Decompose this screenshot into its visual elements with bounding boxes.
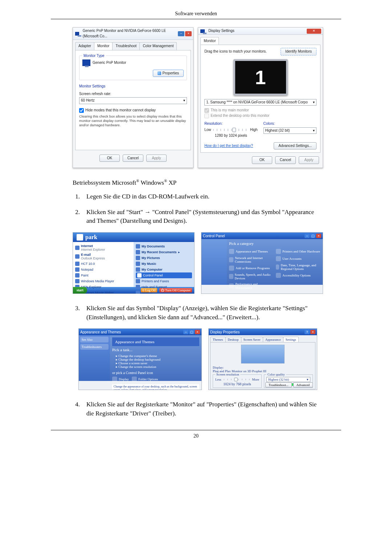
screenshot-appearance-themes: Appearance and Themes – ▢ × See Also Tro… — [78, 328, 202, 390]
identify-monitors-button[interactable]: Identify Monitors — [281, 48, 317, 56]
advanced-button[interactable]: Advanced — [293, 382, 313, 387]
refresh-rate-select[interactable]: 60 Hertz ▾ — [79, 97, 187, 104]
refresh-rate-label: Screen refresh rate: — [79, 91, 187, 97]
close-button[interactable]: × — [310, 330, 315, 334]
see-also-box: See Also — [80, 337, 109, 342]
advanced-settings-button[interactable]: Advanced Settings... — [274, 142, 317, 150]
hide-modes-checkbox[interactable] — [79, 108, 84, 113]
header-rule — [51, 19, 341, 19]
tab-monitor[interactable]: Monitor — [200, 37, 219, 45]
extend-desktop-checkbox — [204, 114, 209, 118]
cat-addremove[interactable]: Add or Remove Programs — [229, 264, 274, 272]
monitor-icon — [200, 29, 205, 33]
shutdown-button[interactable]: ⏻Turn Off Computer — [159, 288, 192, 292]
folder-icon — [136, 250, 140, 254]
close-button[interactable]: × — [316, 234, 321, 238]
printer-icon — [136, 279, 140, 283]
properties-button[interactable]: Properties — [153, 70, 184, 77]
cancel-button[interactable]: Cancel — [275, 156, 296, 164]
start-item-internet[interactable]: InternetInternet Explorer — [75, 243, 131, 252]
start-item-email[interactable]: E-mailOutlook Express — [75, 252, 131, 261]
start-item-recentdocs[interactable]: My Recent Documents ▸ — [136, 249, 192, 255]
monitor-preview[interactable]: 1 — [233, 59, 288, 95]
start-item-mypics[interactable]: My Pictures — [136, 255, 192, 261]
tab-themes[interactable]: Themes — [210, 337, 226, 342]
start-item-mymusic[interactable]: My Music — [136, 261, 192, 267]
slider-low-label: Low — [204, 127, 211, 133]
ie-icon — [75, 246, 79, 250]
task-screen-saver[interactable]: ▸ Choose a screen saver — [112, 361, 199, 365]
task-change-resolution[interactable]: ▸ Change the screen resolution — [112, 365, 199, 369]
close-button[interactable]: × — [185, 31, 192, 36]
notepad-icon — [75, 267, 79, 272]
monitor-select[interactable]: 1. Samsung **** on NVIDIA GeForce 6600 L… — [204, 99, 317, 106]
step-text: Legen Sie die CD in das CD-ROM-Laufwerk … — [86, 192, 323, 201]
ok-button[interactable]: OK — [99, 155, 120, 162]
addremove-icon — [229, 266, 234, 271]
start-item-mycomputer[interactable]: My Computer — [136, 267, 192, 272]
appearance-banner: Appearance and Themes — [112, 337, 199, 346]
os-heading: Betriebssystem Microsoft® Windows® XP — [73, 178, 323, 187]
color-quality-legend: Color quality — [266, 373, 286, 376]
maximize-button[interactable]: ▢ — [310, 234, 315, 238]
cat-accessibility[interactable]: Accessibility Options — [276, 272, 320, 279]
minimize-button[interactable]: – — [178, 31, 184, 36]
task-change-theme[interactable]: ▸ Change the computer's theme — [112, 354, 199, 358]
minimize-button[interactable]: – — [183, 330, 188, 334]
cat-appearance[interactable]: Appearance and Themes — [229, 248, 274, 255]
help-button[interactable]: ? — [305, 330, 310, 334]
tab-settings[interactable]: Settings — [283, 337, 299, 342]
close-button[interactable]: × — [195, 330, 200, 334]
resolution-slider[interactable] — [213, 129, 248, 131]
resolution-slider[interactable] — [224, 379, 250, 380]
cancel-button[interactable]: Cancel — [123, 155, 143, 162]
start-item-wmp[interactable]: Windows Media Player — [75, 278, 131, 284]
tab-monitor[interactable]: Monitor — [94, 42, 113, 50]
color-select[interactable]: Highest (32 bit)▾ — [266, 377, 310, 382]
best-display-link[interactable]: How do I get the best display? — [204, 143, 253, 149]
minimize-button[interactable]: – — [305, 234, 310, 238]
start-item-notepad[interactable]: Notepad — [75, 267, 131, 272]
colors-select[interactable]: Highest (32 bit) ▾ — [264, 127, 317, 134]
tab-adapter[interactable]: Adapter — [75, 42, 94, 50]
ok-button[interactable]: OK — [252, 156, 272, 164]
tab-screensaver[interactable]: Screen Saver — [241, 337, 263, 342]
start-item-hct[interactable]: HCT 10.0 — [75, 261, 131, 267]
chevron-down-icon: ▾ — [313, 100, 315, 105]
appearance-sidebar: See Also Troubleshooters — [79, 335, 110, 381]
cat-network[interactable]: Network and Internet Connections — [229, 255, 274, 264]
computer-icon — [136, 267, 140, 272]
apply-button[interactable]: Apply — [146, 155, 167, 162]
drag-instruction: Drag the icons to match your monitors. — [204, 49, 267, 54]
dialog-display-settings: Display Settings ✕ Monitor Drag the icon… — [198, 27, 323, 168]
tab-appearance[interactable]: Appearance — [263, 337, 283, 342]
start-item-printers[interactable]: Printers and Faxes — [136, 278, 192, 284]
apply-button[interactable]: Apply — [299, 156, 319, 164]
start-item-paint[interactable]: Paint — [75, 272, 131, 278]
cp-icon-folder-options[interactable]: Folder Options — [132, 376, 158, 383]
monitor-icon — [75, 32, 79, 36]
tab-desktop[interactable]: Desktop — [225, 337, 241, 342]
cat-dtlr[interactable]: Date, Time, Language, and Regional Optio… — [276, 262, 320, 272]
cat-perf[interactable]: Performance and Maintenance — [229, 281, 274, 291]
tab-troubleshoot[interactable]: Troubleshoot — [112, 42, 140, 50]
cat-accounts[interactable]: User Accounts — [276, 255, 320, 262]
close-button[interactable]: ✕ — [307, 29, 321, 34]
logoff-button[interactable]: ⎋Log Off — [141, 288, 157, 292]
chevron-down-icon: ▾ — [313, 128, 315, 134]
group-monitor-settings-label: Monitor Settings — [79, 84, 187, 89]
cat-printers[interactable]: Printers and Other Hardware — [276, 248, 320, 255]
step-number: 4. — [73, 400, 80, 418]
start-item-control-panel[interactable]: Control Panel — [136, 272, 192, 278]
troubleshoot-button[interactable]: Troubleshoot... — [265, 382, 291, 387]
cat-sounds[interactable]: Sounds, Speech, and Audio Devices — [229, 272, 274, 281]
task-change-background[interactable]: ▸ Change the desktop background — [112, 358, 199, 361]
maximize-button[interactable]: ▢ — [189, 330, 194, 334]
window-title: Control Panel — [203, 234, 225, 238]
slider-more-label: More — [252, 378, 260, 381]
start-button[interactable]: start — [73, 287, 87, 294]
tab-color-management[interactable]: Color Management — [139, 42, 177, 50]
page-number: 20 — [0, 430, 392, 448]
cp-icon-display[interactable]: Display — [112, 376, 129, 383]
start-item-mydocs[interactable]: My Documents — [136, 243, 192, 249]
